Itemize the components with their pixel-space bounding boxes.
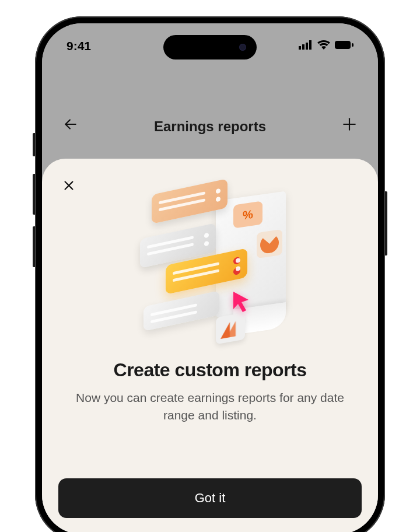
svg-rect-5	[352, 43, 354, 47]
page-title: Earnings reports	[154, 118, 266, 135]
svg-rect-3	[309, 40, 312, 50]
svg-rect-4	[335, 41, 351, 49]
percent-icon: %	[233, 201, 262, 228]
phone-screen: 9:41 Earnings reports	[42, 23, 378, 532]
svg-rect-2	[306, 43, 308, 50]
camera-icon	[239, 44, 246, 51]
phone-side-button	[33, 133, 35, 156]
svg-rect-1	[302, 44, 304, 50]
phone-side-button	[33, 226, 35, 267]
status-icons	[299, 36, 354, 52]
phone-side-button	[385, 191, 387, 256]
modal-subtitle: Now you can create earnings reports for …	[58, 389, 362, 425]
modal-sheet: % Create custom reports Now you can crea…	[42, 159, 378, 532]
add-icon[interactable]	[342, 117, 357, 136]
svg-rect-0	[299, 46, 301, 50]
page-header: Earnings reports	[42, 117, 378, 136]
phone-frame: 9:41 Earnings reports	[35, 16, 385, 532]
reports-illustration: %	[123, 184, 298, 348]
pie-chart-icon	[257, 229, 282, 258]
modal-title: Create custom reports	[58, 359, 362, 381]
back-icon[interactable]	[63, 117, 78, 136]
illustration-card	[144, 290, 219, 331]
phone-side-button	[33, 174, 35, 215]
cellular-icon	[299, 40, 313, 52]
got-it-button[interactable]: Got it	[58, 478, 362, 518]
cta-label: Got it	[195, 491, 226, 506]
battery-icon	[335, 40, 354, 52]
area-chart-icon	[216, 313, 245, 345]
dynamic-island	[163, 35, 257, 60]
status-time: 9:41	[66, 34, 91, 53]
close-button[interactable]	[57, 174, 80, 197]
wifi-icon	[317, 40, 330, 52]
